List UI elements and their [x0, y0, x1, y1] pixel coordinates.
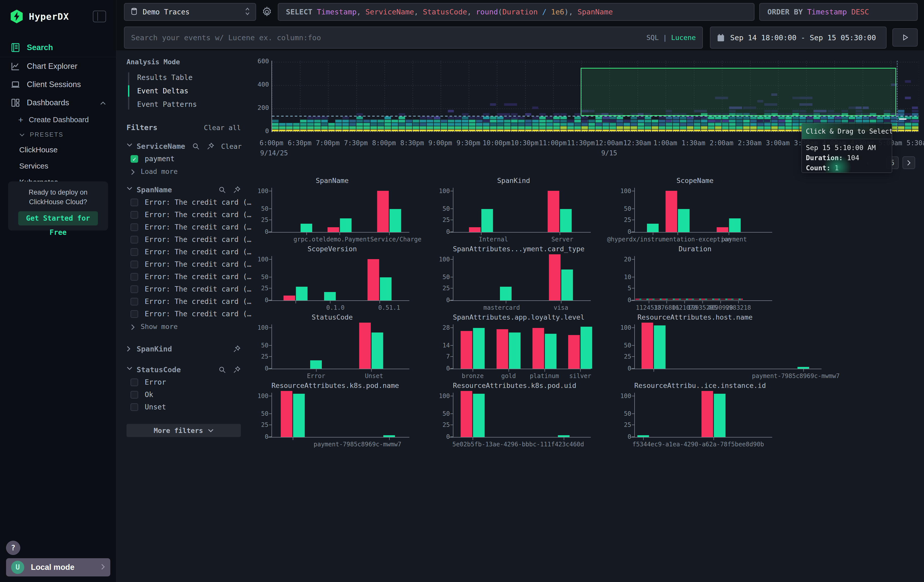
- filter-checkbox-row[interactable]: Error: [130, 378, 241, 386]
- chart-bar-green[interactable]: [729, 218, 741, 232]
- presets-toggle[interactable]: PRESETS: [0, 127, 116, 142]
- chart-bar-green[interactable]: [482, 209, 493, 232]
- chart-bar-pink[interactable]: [548, 191, 559, 232]
- chevron-right-icon[interactable]: [127, 346, 133, 352]
- chart-bar-green[interactable]: [561, 269, 573, 301]
- chart-bar-green[interactable]: [654, 325, 666, 369]
- filter-checkbox-row[interactable]: ✓payment: [130, 155, 241, 163]
- sidebar-item-clickhouse[interactable]: ClickHouse: [0, 142, 116, 158]
- checkbox[interactable]: [130, 211, 138, 219]
- chart-bar-green[interactable]: [678, 209, 690, 232]
- load-more-button[interactable]: Load more: [130, 168, 241, 175]
- analysis-mode-item-results-table[interactable]: Results Table: [128, 71, 241, 84]
- lang-sql-option[interactable]: SQL: [647, 34, 659, 41]
- filter-checkbox-row[interactable]: Error: The credit card (…: [130, 211, 241, 219]
- checkbox[interactable]: [130, 391, 138, 399]
- chevron-up-icon[interactable]: [100, 98, 106, 107]
- page-next-button[interactable]: [903, 157, 915, 169]
- filter-group-title[interactable]: ServiceName: [137, 142, 185, 150]
- sidebar-item-services[interactable]: Services: [0, 158, 116, 174]
- pin-icon[interactable]: [233, 366, 241, 374]
- chart-bar-pink[interactable]: [568, 335, 580, 369]
- chart-bar-green[interactable]: [509, 333, 521, 369]
- chart-bar-pink[interactable]: [280, 391, 292, 437]
- pin-icon[interactable]: [233, 345, 241, 353]
- chart-bar-pink[interactable]: [461, 331, 472, 369]
- chart-bar-green[interactable]: [647, 224, 658, 232]
- filter-group-clear-button[interactable]: Clear: [221, 142, 242, 150]
- search-input[interactable]: [131, 33, 647, 42]
- chart-bar-pink[interactable]: [283, 295, 295, 300]
- chart-bar-green[interactable]: [560, 209, 572, 232]
- lang-lucene-option[interactable]: Lucene: [671, 34, 696, 41]
- checkbox[interactable]: [130, 260, 138, 268]
- chart-bar-green[interactable]: [473, 328, 485, 369]
- checkbox[interactable]: [130, 379, 138, 386]
- filter-checkbox-row[interactable]: Error: The credit card (…: [130, 297, 241, 306]
- sidebar-item-dashboards[interactable]: Dashboards: [0, 94, 116, 112]
- help-button[interactable]: ?: [6, 541, 20, 555]
- time-range-picker[interactable]: Sep 14 18:00:00 - Sep 15 05:30:00: [710, 26, 886, 49]
- filter-group-title[interactable]: SpanKind: [137, 345, 226, 353]
- chart-bar-pink[interactable]: [716, 227, 728, 232]
- filter-checkbox-row[interactable]: Unset: [130, 403, 241, 411]
- sql-select-input[interactable]: SELECT Timestamp, ServiceName, StatusCod…: [278, 3, 754, 21]
- chart-bar-pink[interactable]: [549, 254, 561, 300]
- filter-checkbox-row[interactable]: Error: The credit card (…: [130, 310, 241, 318]
- chart-bar-green[interactable]: [383, 435, 395, 437]
- chart-bar-green[interactable]: [389, 209, 401, 232]
- chart-bar-pink[interactable]: [359, 323, 371, 369]
- chart-bar-green[interactable]: [500, 287, 512, 300]
- chart-bar-green[interactable]: [473, 394, 485, 437]
- chart-bar-green[interactable]: [372, 333, 383, 369]
- heatmap-selection-box[interactable]: [581, 68, 896, 116]
- chart-bar-pink[interactable]: [532, 328, 544, 369]
- chart-bar-pink[interactable]: [328, 227, 339, 232]
- get-started-button[interactable]: Get Started for Free: [18, 211, 98, 226]
- gear-icon[interactable]: [261, 6, 273, 18]
- filter-checkbox-row[interactable]: Error: The credit card (…: [130, 285, 241, 293]
- chart-bar-green[interactable]: [797, 367, 809, 369]
- chart-bar-green[interactable]: [637, 435, 649, 437]
- filter-checkbox-row[interactable]: Error: The credit card (…: [130, 272, 241, 281]
- checkbox[interactable]: [130, 248, 138, 256]
- filter-group-title[interactable]: SpanName: [137, 185, 211, 194]
- checkbox[interactable]: [130, 310, 138, 318]
- chart-bar-green[interactable]: [293, 394, 305, 437]
- filter-checkbox-row[interactable]: Error: The credit card (…: [130, 198, 241, 206]
- more-filters-button[interactable]: More filters: [127, 424, 241, 437]
- checkbox[interactable]: [130, 236, 138, 244]
- heatmap-plot[interactable]: [271, 61, 918, 132]
- pin-icon[interactable]: [233, 186, 241, 194]
- show-more-button[interactable]: Show more: [130, 323, 241, 330]
- checkbox[interactable]: [130, 285, 138, 293]
- run-query-button[interactable]: [893, 28, 918, 46]
- chart-bar-green[interactable]: [581, 326, 592, 369]
- chart-bar-pink[interactable]: [461, 391, 472, 437]
- chart-bar-green[interactable]: [300, 224, 312, 232]
- search-icon[interactable]: [218, 186, 226, 194]
- chart-bar-pink[interactable]: [665, 191, 677, 232]
- checkbox[interactable]: [130, 273, 138, 280]
- clear-all-button[interactable]: Clear all: [204, 124, 241, 132]
- search-icon[interactable]: [218, 366, 226, 374]
- chart-bar-green[interactable]: [296, 287, 307, 300]
- chart-bar-green[interactable]: [545, 334, 556, 369]
- create-dashboard-button[interactable]: + Create Dashboard: [0, 112, 116, 127]
- chart-bar-pink[interactable]: [368, 259, 379, 300]
- chevron-down-icon[interactable]: [127, 143, 133, 150]
- filter-checkbox-row[interactable]: Ok: [130, 391, 241, 399]
- chart-bar-pink[interactable]: [701, 391, 713, 437]
- order-by-input[interactable]: ORDER BY Timestamp DESC: [759, 3, 918, 21]
- chart-bar-pink[interactable]: [642, 323, 653, 369]
- sidebar-item-client-sessions[interactable]: Client Sessions: [0, 76, 116, 94]
- filter-checkbox-row[interactable]: Error: The credit card (…: [130, 260, 241, 269]
- chart-bar-green[interactable]: [340, 218, 352, 232]
- source-select[interactable]: Demo Traces: [124, 3, 256, 21]
- user-menu[interactable]: U Local mode: [6, 558, 110, 576]
- sidebar-item-search[interactable]: Search: [0, 38, 116, 57]
- sidebar-item-chart-explorer[interactable]: Chart Explorer: [0, 57, 116, 76]
- chart-bar-pink[interactable]: [469, 227, 481, 232]
- checkbox-checked[interactable]: ✓: [130, 155, 138, 163]
- checkbox[interactable]: [130, 403, 138, 411]
